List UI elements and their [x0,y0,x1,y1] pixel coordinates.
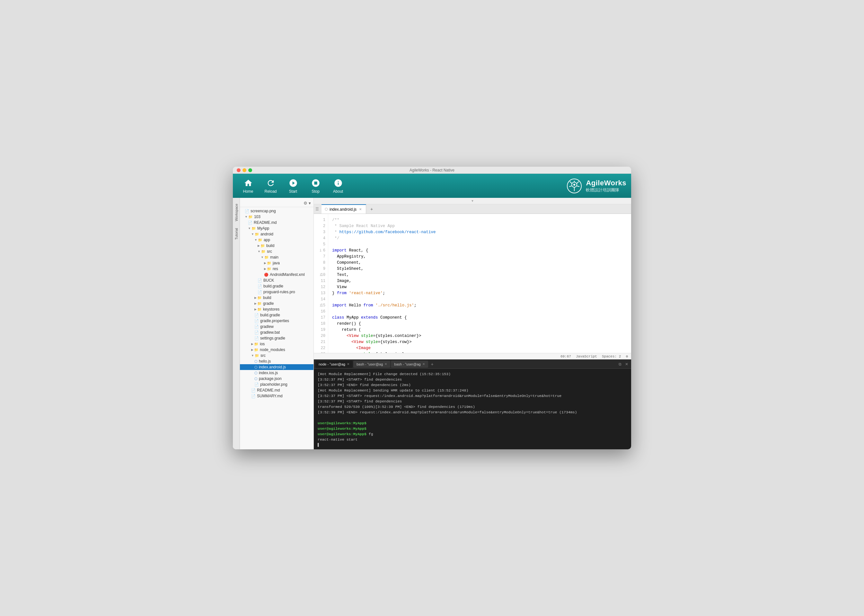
terminal-close-button[interactable]: ✕ [624,361,630,367]
line-numbers: 12345 i6 789 i10 11121314 i15 16171819 2… [314,214,328,353]
terminal-tab-bash1[interactable]: bash - "user@ag ✕ [353,361,390,368]
file-icon: 📄 [245,209,249,213]
settings-gear-icon[interactable]: ⚙ [626,354,628,358]
expand-arrow: ▶ [251,348,253,351]
list-item[interactable]: ⬡ index.android.js [240,364,314,370]
editor-tab-android[interactable]: ⬡ index.android.js ✕ [322,204,366,214]
list-item[interactable]: 📄 build.gradle [240,283,314,289]
file-icon: 📄 [254,382,259,387]
terminal-tabs: node - "user@ag ✕ bash - "user@ag ✕ bash… [314,360,631,369]
list-item[interactable]: ▶ 📁 build [240,243,314,248]
list-item[interactable]: ▶ 📁 build [240,295,314,301]
list-item[interactable]: ▼ 📁 src [240,353,314,358]
logo-subtitle: 軟體設計培訓團隊 [586,187,626,193]
expand-arrow: ▶ [254,296,257,299]
tab-close-button[interactable]: ✕ [358,207,363,212]
about-icon [333,178,343,188]
list-item[interactable]: ▼ 📁 MyApp [240,225,314,231]
list-item[interactable]: ⬡ package.json [240,376,314,382]
settings-icon[interactable]: ⚙ ▾ [303,201,311,206]
list-item[interactable]: ⬡ index.ios.js [240,370,314,376]
folder-icon: 📁 [257,307,262,311]
editor-area: ▼ ☰ ⬡ index.android.js ✕ + 12345 i6 [314,198,631,449]
tutorial-tab[interactable]: Tutorial [234,225,239,242]
minimize-button[interactable] [242,168,247,172]
list-item[interactable]: ▶ 📁 res [240,266,314,272]
list-item[interactable]: ▶ 📁 gradle [240,301,314,306]
xml-icon: 🔴 [264,273,269,277]
folder-icon: 📁 [255,354,259,358]
logo-name: AgileWorks [586,179,626,187]
terminal-prompt-line: user@agileworks:MyApp$ [318,420,627,426]
start-icon [288,178,298,188]
list-item[interactable]: 📄 gradle.properties [240,318,314,324]
app-logo: AgileWorks 軟體設計培訓團隊 [567,178,626,194]
stop-toolbar-item[interactable]: Stop [305,176,326,195]
about-toolbar-item[interactable]: About [328,176,349,195]
toolbar: Home Reload Start [233,174,631,198]
code-editor[interactable]: 12345 i6 789 i10 11121314 i15 16171819 2… [314,214,631,359]
js-icon: ⬡ [254,359,258,363]
terminal-line: [3:52:37 PM] <START> request:/index.andr… [318,393,627,399]
tab-close-icon[interactable]: ✕ [385,362,387,366]
js-icon: ⬡ [254,365,258,369]
list-item[interactable]: 📄 build.gradle [240,312,314,318]
list-item[interactable]: 📄 README.md [240,220,314,225]
svg-line-7 [577,186,580,187]
list-item[interactable]: 📄 proguard-rules.pro [240,289,314,295]
close-button[interactable] [237,168,240,172]
window-controls [237,168,252,172]
new-tab-button[interactable]: + [368,205,375,213]
file-icon: 📄 [254,313,259,317]
list-item[interactable]: ⬡ hello.js [240,358,314,364]
tab-close-icon[interactable]: ✕ [347,362,349,366]
maximize-button[interactable] [248,168,252,172]
list-item[interactable]: 📄 BUCK [240,278,314,283]
folder-icon: 📁 [261,250,265,254]
language-indicator: JavaScript [576,355,597,358]
folder-icon: 📁 [261,244,265,248]
file-icon: 📄 [258,284,262,288]
expand-arrow: ▶ [251,343,253,346]
list-item[interactable]: 🔴 AndroidManifest.xml [240,272,314,278]
terminal-content[interactable]: [Hot Module Replacement] File change det… [314,369,631,449]
reload-toolbar-item[interactable]: Reload [260,176,281,195]
folder-icon: 📁 [258,238,262,242]
terminal-tab-node[interactable]: node - "user@ag ✕ [316,361,353,368]
drop-hint: ▼ [314,198,631,204]
terminal-prompt-line: user@agileworks:MyApp$ [318,426,627,431]
terminal-tab-bash2[interactable]: bash - "user@ag ✕ [391,361,428,368]
list-item[interactable]: ▼ 📁 main [240,255,314,260]
home-icon [243,178,253,188]
list-item[interactable]: 📄 placeholder.png [240,382,314,387]
tab-close-icon[interactable]: ✕ [423,362,425,366]
workspace-tab[interactable]: Workspace [234,201,239,224]
start-toolbar-item[interactable]: Start [283,176,303,195]
list-item[interactable]: 📄 SUMMARY.md [240,393,314,399]
editor-icon: ☰ [316,207,319,211]
terminal-expand-button[interactable]: ⧉ [617,361,623,367]
main-content: Workspace Tutorial ⚙ ▾ 📄 screencap.png ▼… [233,198,631,449]
home-toolbar-item[interactable]: Home [238,176,259,195]
svg-line-4 [570,181,572,183]
list-item[interactable]: ▼ 📁 103 [240,214,314,220]
list-item[interactable]: ▶ 📁 keystores [240,306,314,312]
expand-arrow: ▼ [251,354,254,357]
list-item[interactable]: ▶ 📁 ios [240,341,314,347]
list-item[interactable]: 📄 gradlew [240,324,314,330]
list-item[interactable]: 📄 settings.gradle [240,335,314,341]
new-terminal-button[interactable]: + [429,361,436,368]
list-item[interactable]: ▼ 📁 app [240,237,314,243]
folder-icon: 📁 [257,296,262,300]
list-item[interactable]: ▼ 📁 src [240,248,314,255]
folder-icon: 📁 [251,226,256,231]
list-item[interactable]: ▼ 📁 android [240,231,314,237]
folder-icon: 📁 [255,232,259,236]
explorer-header: ⚙ ▾ [240,200,314,207]
code-text[interactable]: /** * Sample React Native App * https://… [328,214,631,353]
list-item[interactable]: 📄 README.md [240,387,314,393]
list-item[interactable]: 📄 screencap.png [240,208,314,214]
list-item[interactable]: 📄 gradlew.bat [240,330,314,335]
list-item[interactable]: ▶ 📁 java [240,260,314,266]
list-item[interactable]: ▶ 📁 node_modules [240,347,314,353]
